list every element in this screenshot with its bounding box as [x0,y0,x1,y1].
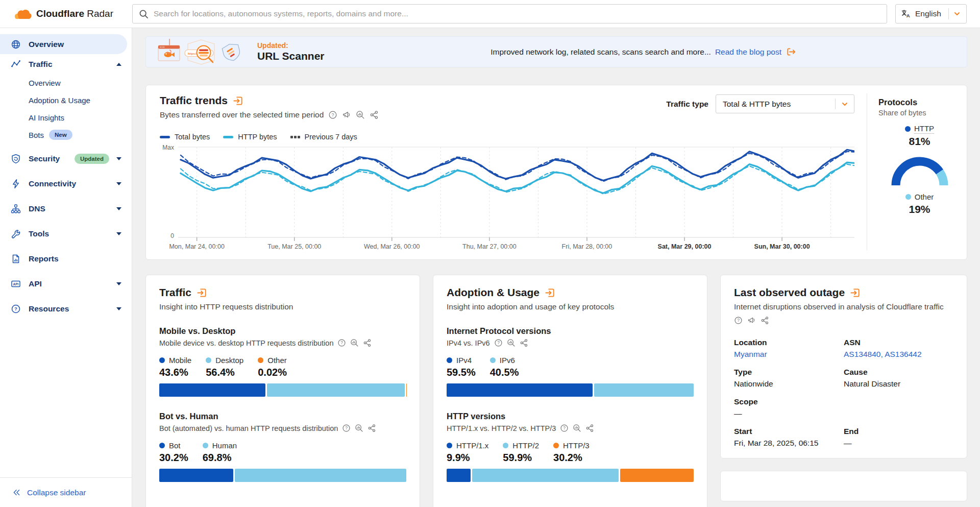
section-title: Internet Protocol versions [447,326,694,336]
location-link[interactable]: Myanmar [734,350,844,359]
svg-text:API: API [13,282,19,286]
zoom-chart-icon[interactable] [355,424,363,432]
field-label: Start [734,427,844,436]
legend-item-total-bytes[interactable]: Total bytes [160,133,210,141]
sidebar-item-ai-insights[interactable]: AI Insights [0,109,132,126]
chart-legend: Total bytes HTTP bytes Previous 7 days [160,133,854,141]
legend-value: 30.2% [159,452,188,464]
section-subtitle: Bot (automated) vs. human HTTP requests … [159,424,338,432]
x-axis-label: Sat, Mar 29, 00:00 [658,243,712,250]
share-icon[interactable] [370,110,379,119]
legend-label: Previous 7 days [305,133,357,141]
sidebar-item-bots[interactable]: Bots New [0,126,132,143]
sidebar-item-label: Connectivity [29,179,116,188]
traffic-card: Traffic Insight into HTTP requests distr… [145,275,420,507]
legend-label: Desktop [215,356,243,365]
sidebar-item-adoption-usage[interactable]: Adoption & Usage [0,91,132,109]
legend-item-http-bytes[interactable]: HTTP bytes [223,133,277,141]
y-axis-max-label: Max [162,144,174,151]
svg-text:?: ? [345,425,348,430]
expand-caret-icon [116,282,121,285]
legend-item-previous-7-days[interactable]: Previous 7 days [290,133,357,141]
help-icon[interactable]: ? [342,424,351,432]
x-axis-label: Mon, Mar 24, 00:00 [169,243,224,250]
sidebar-item-reports[interactable]: Reports [0,249,132,269]
collapse-sidebar-button[interactable]: Collapse sidebar [0,477,132,507]
double-chevron-left-icon [12,488,21,497]
updated-badge: Updated [75,154,109,164]
zoom-chart-icon[interactable] [573,424,581,432]
legend-value: 43.6% [159,367,191,378]
share-icon[interactable] [368,424,376,432]
deep-link-icon[interactable] [545,287,555,298]
svg-text:?: ? [341,340,344,345]
help-icon[interactable]: ? [494,339,503,347]
y-axis-zero-label: 0 [170,232,174,239]
global-search [132,4,887,23]
sidebar-item-traffic[interactable]: Traffic [0,54,132,74]
traffic-card-title: Traffic [159,286,191,299]
expand-caret-icon [116,232,121,235]
sidebar-item-label: API [29,279,116,288]
zoom-chart-icon[interactable] [356,110,365,119]
lightning-bolt-icon [11,179,21,189]
sidebar-item-api[interactable]: API API [0,274,132,294]
legend-item-desktop: Desktop 56.4% [206,356,243,378]
top-header: Cloudflare Radar A English [0,0,980,28]
sidebar-item-dns[interactable]: DNS [0,199,132,219]
share-icon[interactable] [520,339,528,347]
protocols-other-value: 19% [878,203,961,215]
x-axis-label: Tue, Mar 25, 00:00 [267,243,321,250]
announcement-icon[interactable] [747,316,756,325]
announcement-icon[interactable] [342,110,351,119]
bar-segment [235,469,406,482]
read-blog-post-link[interactable]: Read the blog post [715,47,781,57]
legend-item-http1x: HTTP/1.x 9.9% [447,441,488,464]
external-link-icon [786,46,796,57]
deep-link-icon[interactable] [850,287,861,298]
line-chart-svg[interactable] [178,147,854,242]
outage-end-field: End — [844,427,953,448]
bot-human-bar [159,469,406,482]
help-icon[interactable]: ? [328,110,337,119]
legend-value: 59.5% [447,367,476,378]
sidebar-item-traffic-overview[interactable]: Overview [0,74,132,91]
help-icon[interactable]: ? [337,339,346,347]
sidebar-item-resources[interactable]: ? Resources [0,299,132,319]
help-icon[interactable]: ? [734,316,743,325]
share-icon[interactable] [761,316,769,325]
language-selector[interactable]: A English [895,4,967,23]
sidebar-item-connectivity[interactable]: Connectivity [0,174,132,194]
search-input[interactable] [154,9,880,18]
sidebar-item-security[interactable]: Security Updated [0,149,132,168]
sidebar-item-label: Security [29,154,69,163]
expand-caret-icon [116,307,121,310]
search-icon [139,9,149,19]
deep-link-icon[interactable] [197,287,207,298]
outage-card-title: Last observed outage [734,286,845,299]
cloudflare-cloud-icon [13,8,32,20]
x-axis-labels: Mon, Mar 24, 00:00Tue, Mar 25, 00:00Wed,… [178,243,854,253]
help-icon[interactable]: ? [560,424,569,432]
legend-label: HTTP/2 [512,441,539,450]
sidebar-item-tools[interactable]: Tools [0,224,132,244]
url-scanner-illustration: https:// [154,39,250,65]
cloudflare-radar-logo[interactable]: Cloudflare Radar [13,8,132,20]
protocols-gauge [886,154,953,187]
sidebar-item-label: AI Insights [29,113,64,122]
asn-links[interactable]: AS134840, AS136442 [844,350,953,359]
legend-item-other: Other 0.02% [258,356,287,378]
svg-text:?: ? [14,306,17,311]
http-versions-bar [447,469,694,482]
traffic-type-select[interactable]: Total & HTTP bytes [716,94,854,113]
outage-start-field: Start Fri, Mar 28, 2025, 06:15 [734,427,844,448]
deep-link-icon[interactable] [233,95,243,106]
divider [948,8,949,19]
protocols-title: Protocols [878,98,961,107]
share-icon[interactable] [363,339,372,347]
bar-segment [472,469,618,482]
zoom-chart-icon[interactable] [350,339,359,347]
share-icon[interactable] [585,424,594,432]
sidebar-item-overview[interactable]: Overview [0,34,127,54]
zoom-chart-icon[interactable] [507,339,516,347]
